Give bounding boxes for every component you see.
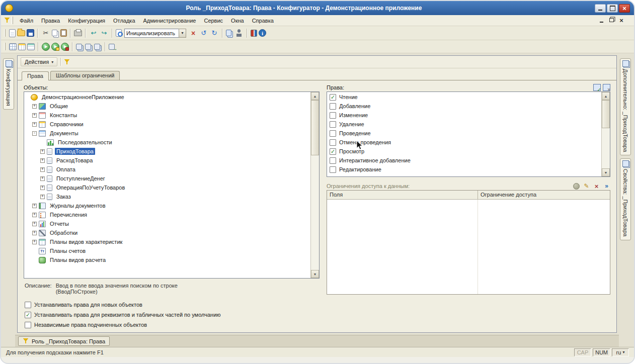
column-header-fields[interactable]: Поля: [327, 191, 478, 199]
info-icon[interactable]: [259, 29, 266, 37]
save-icon[interactable]: [27, 29, 34, 37]
tree-item-label[interactable]: Заказ: [55, 193, 72, 200]
mdi-restore-icon[interactable]: [608, 17, 615, 23]
tree-expander-icon[interactable]: [32, 204, 37, 208]
init-combobox[interactable]: [124, 29, 186, 38]
status-indicator[interactable]: NUM: [593, 348, 610, 356]
tree-item[interactable]: Планы видов характеристик: [24, 237, 310, 246]
play-icon[interactable]: [42, 43, 50, 51]
right-item[interactable]: Проведение: [327, 129, 601, 138]
open-folder-icon[interactable]: [17, 30, 25, 36]
grid-icon[interactable]: [18, 43, 26, 50]
tree-item-label[interactable]: Планы счетов: [48, 247, 87, 254]
right-item[interactable]: Отмена проведения: [327, 138, 601, 147]
find-page-icon[interactable]: [116, 29, 122, 37]
column-header-restriction[interactable]: Ограничение доступа: [478, 191, 610, 199]
menu-item[interactable]: Администрирование: [140, 17, 200, 25]
add-restriction-icon[interactable]: [573, 183, 580, 190]
rights-scrollbar[interactable]: [601, 92, 610, 176]
edit-restriction-icon[interactable]: [583, 183, 590, 190]
tree-item[interactable]: Последовательности: [24, 138, 310, 147]
status-indicator[interactable]: CAP: [574, 348, 591, 356]
tree-expander-icon[interactable]: [40, 186, 45, 190]
status-indicator[interactable]: ru: [612, 348, 629, 356]
play-client-icon[interactable]: [51, 43, 59, 51]
menu-item[interactable]: Сервис: [200, 17, 226, 25]
mdi-close-icon[interactable]: [618, 17, 625, 23]
tree-item[interactable]: Обработки: [24, 228, 310, 237]
combobox-input[interactable]: [124, 29, 179, 38]
maximize-button[interactable]: [607, 4, 618, 13]
menu-item[interactable]: Отладка: [110, 17, 138, 25]
tree-item[interactable]: ОперацияПоУчетуТоваров: [24, 183, 310, 192]
option-row[interactable]: Независимые права подчиненных объектов: [25, 320, 610, 330]
merge-icon[interactable]: [85, 44, 91, 50]
tree-item-label[interactable]: Журналы документов: [48, 202, 107, 209]
right-item[interactable]: Чтение: [327, 93, 601, 102]
tree-expander-icon[interactable]: [32, 104, 37, 109]
customize-person-icon[interactable]: [234, 29, 244, 38]
menu-item[interactable]: Окна: [227, 17, 248, 25]
tree-item-label[interactable]: ПриходТовара: [55, 148, 95, 155]
right-checkbox[interactable]: [330, 148, 336, 155]
restrictions-table-body[interactable]: [327, 200, 610, 294]
check-config-icon[interactable]: [9, 43, 17, 50]
tree-item[interactable]: Общие: [24, 102, 310, 111]
compare-icon[interactable]: [76, 44, 82, 50]
zoom-back-icon[interactable]: [199, 29, 208, 38]
menu-item[interactable]: Правка: [38, 17, 63, 25]
right-checkbox[interactable]: [330, 157, 336, 164]
help-books-icon[interactable]: [251, 30, 257, 37]
scroll-up-icon[interactable]: [602, 92, 610, 100]
tree-item-label[interactable]: Перечисления: [48, 211, 89, 218]
print-icon[interactable]: [74, 30, 82, 36]
tree-item-label[interactable]: Документы: [48, 130, 80, 137]
tree-item-label[interactable]: Справочники: [48, 121, 85, 128]
tree-item-label[interactable]: Оплата: [55, 166, 77, 173]
scrollbar-thumb[interactable]: [602, 100, 610, 128]
option-row[interactable]: Устанавливать права для реквизитов и таб…: [25, 310, 610, 320]
option-checkbox[interactable]: [25, 312, 31, 318]
tab[interactable]: Права: [22, 71, 49, 80]
combobox-dropdown-icon[interactable]: [179, 29, 186, 38]
tree-item-label[interactable]: Планы видов расчета: [48, 256, 107, 263]
tree-item-label[interactable]: ДемонстрационноеПриложение: [40, 94, 126, 101]
right-checkbox[interactable]: [330, 94, 336, 101]
tree-item-label[interactable]: Последовательности: [56, 139, 114, 146]
tree-expander-icon[interactable]: [32, 213, 37, 217]
role-window-tab[interactable]: Роль _ПриходТовара: Права: [18, 336, 110, 346]
paste-icon[interactable]: [60, 29, 67, 37]
tree-item[interactable]: ПриходТовара: [24, 147, 310, 156]
tree-item-label[interactable]: Отчеты: [48, 220, 70, 227]
scrollbar-track[interactable]: [311, 100, 319, 270]
tree-item-label[interactable]: Обработки: [48, 229, 79, 236]
right-item[interactable]: Удаление: [327, 120, 601, 129]
menu-item[interactable]: Конфигурация: [64, 17, 109, 25]
tree-expander-icon[interactable]: [32, 131, 37, 136]
right-checkbox[interactable]: [330, 121, 336, 128]
tree-expander-icon[interactable]: [40, 167, 45, 172]
tree-item[interactable]: Оплата: [24, 165, 310, 174]
menu-item[interactable]: Справка: [249, 17, 277, 25]
tree-item[interactable]: ПоступлениеДенег: [24, 174, 310, 183]
right-checkbox[interactable]: [330, 139, 336, 146]
close-button[interactable]: [619, 4, 630, 13]
tree-item-label[interactable]: Общие: [48, 103, 69, 110]
right-item[interactable]: Просмотр: [327, 147, 601, 156]
scroll-up-icon[interactable]: [311, 92, 319, 100]
tree-item[interactable]: Документы: [24, 129, 310, 138]
filter-icon[interactable]: [64, 59, 70, 65]
delete-restriction-icon[interactable]: [593, 183, 600, 190]
tree-item[interactable]: Перечисления: [24, 210, 310, 219]
option-checkbox[interactable]: [25, 322, 31, 328]
layers-arrow-icon[interactable]: [109, 44, 115, 50]
clear-icon[interactable]: [189, 29, 198, 38]
table-icon[interactable]: [27, 43, 35, 50]
right-checkbox[interactable]: [330, 166, 336, 173]
right-checkbox[interactable]: [330, 103, 336, 110]
tree-expander-icon[interactable]: [32, 122, 37, 127]
tree-item[interactable]: Отчеты: [24, 219, 310, 228]
tree-item[interactable]: Заказ: [24, 192, 310, 201]
actions-button[interactable]: Действия: [21, 57, 57, 66]
tree-expander-icon[interactable]: [32, 222, 37, 226]
